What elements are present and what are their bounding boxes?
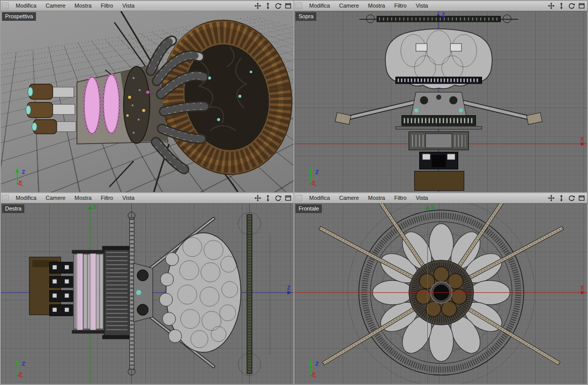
rotate-icon[interactable] — [568, 194, 575, 201]
menu-mostra[interactable]: Mostra — [70, 1, 96, 11]
viewport-tools — [547, 3, 587, 10]
viewport-front: Modifica Camere Mostra Filtro Vista — [295, 193, 587, 384]
z-axis-label: Z — [442, 12, 445, 18]
gizmo-x-label: x — [312, 370, 315, 376]
maximize-icon[interactable] — [284, 194, 291, 201]
menu-modifica[interactable]: Modifica — [11, 1, 41, 11]
menu-modifica[interactable]: Modifica — [305, 1, 335, 11]
menu-camere[interactable]: Camere — [335, 1, 363, 11]
scene-right — [1, 203, 293, 384]
viewport-label: Prospettiva — [2, 12, 36, 21]
quad-view-window: Modifica Camere Mostra Filtro Vista — [0, 0, 588, 385]
menu-camere[interactable]: Camere — [335, 193, 363, 203]
zoom-icon[interactable] — [264, 3, 271, 10]
viewport-menubar: Modifica Camere Mostra Filtro Vista — [295, 193, 587, 203]
gizmo-z-label: Z — [315, 169, 319, 175]
menu-filtro[interactable]: Filtro — [96, 193, 118, 203]
menu-modifica[interactable]: Modifica — [11, 193, 41, 203]
viewport-top: Modifica Camere Mostra Filtro Vista — [295, 1, 587, 192]
maximize-icon[interactable] — [578, 3, 585, 10]
menu-camere[interactable]: Camere — [41, 193, 70, 203]
viewport-label: Destra — [2, 204, 24, 213]
menu-vista[interactable]: Vista — [118, 193, 139, 203]
menu-mostra[interactable]: Mostra — [363, 1, 390, 11]
grip-icon[interactable] — [2, 195, 9, 201]
menu-vista[interactable]: Vista — [411, 1, 432, 11]
menu-mostra[interactable]: Mostra — [70, 193, 96, 203]
viewport-tools — [254, 194, 293, 201]
y-axis-label: Y — [93, 204, 96, 210]
rotate-icon[interactable] — [274, 3, 281, 10]
scene-top — [295, 11, 587, 192]
axis-gizmo: Z x — [12, 358, 35, 379]
scene-front — [295, 203, 587, 384]
viewport-label: Sopra — [296, 12, 316, 21]
view-canvas-front[interactable]: Frontale Y X Z x — [295, 203, 587, 384]
menu-modifica[interactable]: Modifica — [305, 193, 335, 203]
menu-filtro[interactable]: Filtro — [96, 1, 118, 11]
y-axis-label: Y — [430, 204, 434, 210]
gizmo-x-label: x — [19, 179, 22, 185]
view-canvas-top[interactable]: Sopra Z X Z x — [295, 11, 587, 192]
menu-mostra[interactable]: Mostra — [363, 193, 390, 203]
grip-icon[interactable] — [2, 3, 9, 9]
viewport-menubar: Modifica Camere Mostra Filtro Vista — [1, 193, 293, 203]
menu-filtro[interactable]: Filtro — [390, 193, 411, 203]
pan-icon[interactable] — [547, 194, 555, 201]
menu-vista[interactable]: Vista — [118, 1, 139, 11]
gizmo-x-label: x — [312, 179, 315, 185]
viewport-menubar: Modifica Camere Mostra Filtro Vista — [1, 1, 293, 11]
grip-icon[interactable] — [296, 195, 302, 201]
grip-icon[interactable] — [296, 3, 302, 9]
x-axis-label: X — [580, 136, 584, 142]
viewport-tools — [254, 3, 293, 10]
gizmo-z-label: Z — [22, 169, 25, 175]
view-canvas-perspective[interactable]: Prospettiva Z x — [1, 11, 293, 192]
maximize-icon[interactable] — [284, 3, 291, 10]
gizmo-z-label: Z — [22, 361, 25, 367]
zoom-icon[interactable] — [558, 3, 565, 10]
viewport-label: Frontale — [296, 204, 322, 213]
axis-gizmo: Z x — [12, 166, 35, 187]
pan-icon[interactable] — [254, 194, 261, 201]
view-canvas-right[interactable]: Destra Y Z Z x — [1, 203, 293, 384]
viewport-right: Modifica Camere Mostra Filtro Vista — [1, 193, 293, 384]
rotate-icon[interactable] — [274, 194, 281, 201]
rotate-icon[interactable] — [568, 3, 575, 10]
menu-filtro[interactable]: Filtro — [390, 1, 411, 11]
x-axis-label: X — [580, 285, 584, 291]
gizmo-z-label: Z — [315, 361, 319, 367]
viewport-perspective: Modifica Camere Mostra Filtro Vista — [1, 1, 293, 192]
axis-gizmo: Z x — [306, 358, 329, 379]
pan-icon[interactable] — [547, 3, 555, 10]
pan-icon[interactable] — [254, 3, 261, 10]
menu-vista[interactable]: Vista — [411, 193, 432, 203]
viewport-tools — [547, 194, 587, 201]
zoom-icon[interactable] — [264, 194, 271, 201]
viewport-menubar: Modifica Camere Mostra Filtro Vista — [295, 1, 587, 11]
scene-perspective — [1, 11, 293, 192]
maximize-icon[interactable] — [578, 194, 585, 201]
gizmo-x-label: x — [19, 370, 22, 376]
z-axis-label: Z — [287, 285, 290, 291]
zoom-icon[interactable] — [558, 194, 565, 201]
axis-gizmo: Z x — [306, 166, 329, 187]
menu-camere[interactable]: Camere — [41, 1, 70, 11]
